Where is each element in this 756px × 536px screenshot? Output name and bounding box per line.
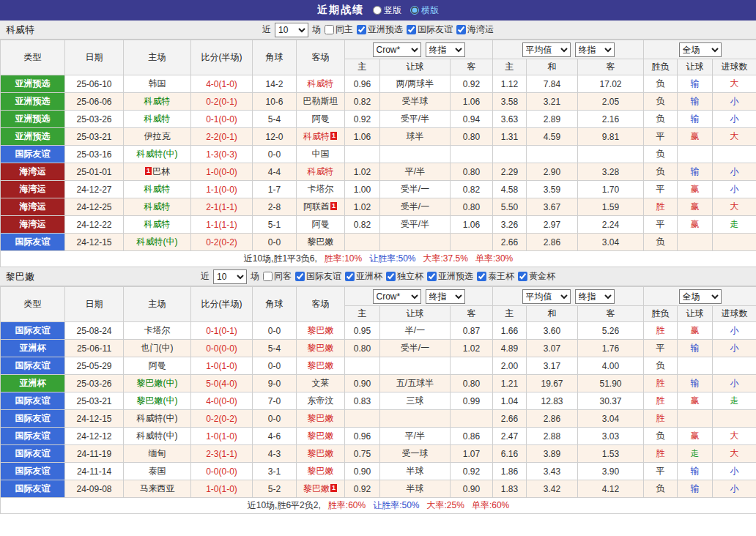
competition-badge: 海湾运 [1,198,65,216]
match-date: 24-11-19 [65,445,124,463]
filter-checkbox[interactable] [427,272,437,281]
filter-checkbox[interactable] [345,272,355,281]
games-count-select[interactable]: 10 [213,269,247,284]
away-team: 阿联酋1 [297,198,345,216]
filter-checkbox-option[interactable]: 泰王杯 [477,270,514,283]
red-card-badge: 1 [330,202,337,210]
win-loss-result: 平 [644,463,678,480]
odds-away: 1.06 [451,216,493,234]
layout-option-vertical[interactable]: 竖版 [373,4,401,17]
away-team-name: 黎巴嫩 [308,343,334,353]
home-team-name: 科威特 [144,184,171,194]
filter-checkbox-option[interactable]: 黄金杯 [518,270,555,283]
avg-away-odds: 30.37 [578,392,644,410]
team-name: 黎巴嫩 [6,270,116,283]
filter-checkbox[interactable] [295,272,305,281]
avg-away-odds [578,146,644,163]
odds-handicap [380,234,451,251]
filter-checkbox-option[interactable]: 国际友谊 [295,270,341,283]
corner-count: 5-1 [253,216,297,234]
competition-badge: 亚洲杯 [1,340,65,357]
match-row: 海湾运24-12-25科威特2-1(1-1)2-8阿联酋11.02受半/一0.8… [1,198,756,216]
filter-checkbox-option[interactable]: 海湾运 [456,23,494,36]
filter-checkbox[interactable] [386,272,396,281]
goals-result: 大 [713,428,756,445]
filter-checkbox-option[interactable]: 亚洲预选 [357,23,403,36]
odds-home: 0.82 [345,93,380,111]
away-team-name: 文莱 [312,378,330,388]
match-score: 4-0(0-0) [191,392,253,410]
avg-time-select[interactable]: 终指 [575,289,615,304]
layout-option-horizontal[interactable]: 横版 [410,4,439,17]
filter-checkbox-label: 独立杯 [397,270,423,283]
match-row: 国际友谊24-11-19缅甸2-3(1-1)4-3黎巴嫩0.75受一球1.076… [1,445,756,463]
filter-checkbox[interactable] [407,25,416,34]
win-loss-result: 负 [644,480,678,498]
bookmaker-select[interactable]: Crow* [373,289,421,304]
sub-column-header: 客 [451,306,493,322]
away-team-name: 黎巴嫩 [303,483,330,494]
filter-checkbox[interactable] [518,272,527,281]
away-team: 东帝汶 [297,392,345,410]
competition-badge: 海湾运 [1,216,65,234]
horizontal-layout-radio[interactable] [410,6,419,15]
odds-home [345,146,380,163]
filter-checkbox[interactable] [263,272,273,281]
scope-select[interactable]: 全场 [679,42,722,57]
games-count-select[interactable]: 10 [275,23,308,37]
goals-result [713,146,756,163]
handicap-result: 赢 [678,128,713,146]
average-select[interactable]: 平均值 [522,289,571,304]
filter-checkbox[interactable] [456,25,466,34]
competition-badge: 国际友谊 [1,480,65,498]
sub-column-header: 让球 [678,59,713,75]
avg-draw-odds: 3.67 [527,198,578,216]
filter-checkbox[interactable] [357,25,366,34]
handicap-result: 输 [678,111,713,128]
odds-home: 0.90 [345,375,380,392]
filter-checkbox-label: 国际友谊 [306,270,341,283]
match-date: 24-12-15 [65,410,124,428]
odds-time-select[interactable]: 终指 [426,42,465,57]
home-team-name: 科威特 [144,113,171,124]
match-date: 25-03-21 [65,392,124,410]
odds-home: 0.75 [345,445,380,463]
goals-result: 大 [713,75,756,93]
odds-away: 0.80 [451,163,493,181]
sub-column-header: 客 [451,59,493,75]
competition-badge: 国际友谊 [1,463,65,480]
filter-checkbox[interactable] [477,272,486,281]
filter-checkbox-option[interactable]: 同客 [263,270,292,283]
scope-select[interactable]: 全场 [679,289,722,304]
vertical-layout-radio[interactable] [373,6,382,15]
corner-count: 0-0 [253,234,297,251]
odds-time-select[interactable]: 终指 [426,289,465,304]
win-loss-result: 胜 [644,322,678,340]
odds-handicap: 受一球 [380,445,451,463]
filter-checkbox[interactable] [325,25,334,34]
handicap-result: 输 [678,93,713,111]
column-header: 比分(半场) [191,287,253,322]
goals-result [713,234,756,251]
filter-checkbox-option[interactable]: 独立杯 [386,270,423,283]
goals-result: 大 [713,128,756,146]
filter-checkbox-option[interactable]: 国际友谊 [407,23,453,36]
filter-checkbox-option[interactable]: 亚洲预选 [427,270,473,283]
match-date: 24-12-25 [65,198,124,216]
team-sections: 科威特近10场同主亚洲预选国际友谊海湾运类型日期主场比分(半场)角球客场Crow… [0,21,756,514]
sub-column-header: 和 [527,306,578,322]
avg-home-odds: 2.29 [493,163,527,181]
filter-checkbox-option[interactable]: 亚洲杯 [345,270,382,283]
bookmaker-select[interactable]: Crow* [373,42,421,57]
home-team: 科威特 [124,198,191,216]
avg-time-select[interactable]: 终指 [575,42,615,57]
odds-handicap [380,357,451,375]
competition-badge: 亚洲预选 [1,75,65,93]
away-team: 科威特 [297,75,345,93]
filter-checkbox-option[interactable]: 同主 [325,23,353,36]
away-team: 黎巴嫩1 [297,480,345,498]
odds-handicap: 半/一 [380,322,451,340]
average-select[interactable]: 平均值 [522,42,571,57]
win-loss-result: 负 [644,234,678,251]
match-date: 25-05-29 [65,357,124,375]
